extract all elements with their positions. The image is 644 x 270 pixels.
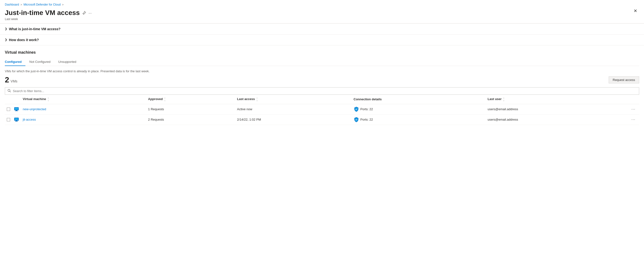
row1-last-user: users@email.address bbox=[486, 104, 630, 114]
sort-arrows-last-access: ↑↓ bbox=[256, 97, 258, 101]
vm-count-row: 2 VMs Request access bbox=[5, 75, 639, 84]
th-last-user[interactable]: Last user ↑↓ bbox=[486, 95, 630, 104]
th-approved[interactable]: Approved ↑↓ bbox=[146, 95, 235, 104]
page-header: Just-in-time VM access ··· Last week ✕ bbox=[0, 8, 644, 21]
row1-vm-name-link[interactable]: new-unprotected bbox=[23, 107, 46, 111]
more-options-icon[interactable]: ··· bbox=[88, 11, 92, 15]
row2-vm-name-link[interactable]: jit-access bbox=[23, 118, 36, 121]
svg-rect-4 bbox=[15, 111, 18, 111]
page-subtitle: Last week bbox=[5, 17, 639, 21]
chevron-icon-2: ❯ bbox=[5, 38, 7, 41]
row2-checkbox-cell bbox=[5, 114, 12, 125]
svg-rect-8 bbox=[15, 121, 18, 122]
request-access-button[interactable]: Request access bbox=[609, 76, 640, 83]
chevron-icon-1: ❯ bbox=[5, 27, 7, 30]
row1-checkbox[interactable] bbox=[7, 108, 10, 111]
row2-checkbox[interactable] bbox=[7, 118, 10, 121]
row2-more-actions-btn[interactable]: ··· bbox=[632, 117, 635, 122]
accordion-header-1[interactable]: ❯ What is just-in-time VM access? bbox=[5, 24, 639, 34]
sort-arrows-vm: ↑↓ bbox=[48, 97, 49, 101]
th-connection-details: Connection details bbox=[352, 95, 486, 104]
vm-section: Virtual machines Configured Not Configur… bbox=[0, 45, 644, 125]
pin-icon[interactable] bbox=[82, 11, 86, 16]
row2-connection: Ports: 22 bbox=[352, 114, 486, 125]
sort-arrows-last-user: ↑↓ bbox=[503, 97, 504, 101]
breadcrumb-sep-2: > bbox=[62, 3, 64, 6]
row2-more-actions: ··· bbox=[630, 114, 639, 125]
th-virtual-machine[interactable]: Virtual machine ↑↓ bbox=[21, 95, 146, 104]
breadcrumb-dashboard[interactable]: Dashboard bbox=[5, 3, 19, 6]
row1-last-access: Active now bbox=[235, 104, 352, 114]
svg-rect-5 bbox=[15, 108, 18, 110]
breadcrumb-defender[interactable]: Microsoft Defender for Cloud bbox=[24, 3, 60, 6]
page-title-row: Just-in-time VM access ··· bbox=[5, 9, 639, 17]
row2-last-access: 2/14/22, 1:02 PM bbox=[235, 114, 352, 125]
table-row: new-unprotected 1 Requests Active now bbox=[5, 104, 639, 114]
row1-vm-icon-cell bbox=[12, 104, 21, 114]
th-vm-icon bbox=[12, 95, 21, 104]
tab-configured[interactable]: Configured bbox=[5, 58, 26, 66]
svg-rect-9 bbox=[15, 118, 18, 120]
vm-table: Virtual machine ↑↓ Approved ↑↓ Last acce… bbox=[5, 95, 639, 125]
th-actions bbox=[630, 95, 639, 104]
svg-line-1 bbox=[10, 91, 11, 92]
row2-vm-icon-cell bbox=[12, 114, 21, 125]
shield-icon-1 bbox=[354, 107, 359, 112]
accordion-1: ❯ What is just-in-time VM access? bbox=[0, 23, 644, 34]
vm-monitor-icon-2 bbox=[14, 117, 19, 122]
tab-unsupported[interactable]: Unsupported bbox=[54, 58, 80, 66]
th-last-access[interactable]: Last access ↑↓ bbox=[235, 95, 352, 104]
row1-more-actions-btn[interactable]: ··· bbox=[632, 107, 635, 111]
row2-last-user: users@email.address bbox=[486, 114, 630, 125]
row1-connection: Ports: 22 bbox=[352, 104, 486, 114]
row2-connection-cell: Ports: 22 bbox=[354, 117, 484, 122]
row2-ports: Ports: 22 bbox=[360, 118, 373, 121]
vm-count: 2 VMs bbox=[5, 75, 18, 84]
vm-count-number: 2 bbox=[5, 75, 9, 84]
tab-not-configured[interactable]: Not Configured bbox=[26, 58, 54, 66]
accordion-label-2: How does it work? bbox=[9, 38, 39, 42]
accordion-2: ❯ How does it work? bbox=[0, 34, 644, 45]
accordion-header-2[interactable]: ❯ How does it work? bbox=[5, 34, 639, 45]
shield-icon-2 bbox=[354, 117, 359, 122]
search-input[interactable] bbox=[13, 89, 636, 93]
row2-vm-name: jit-access bbox=[21, 114, 146, 125]
sort-arrows-approved: ↑↓ bbox=[164, 97, 166, 101]
page-container: Dashboard > Microsoft Defender for Cloud… bbox=[0, 0, 644, 270]
row1-approved: 1 Requests bbox=[146, 104, 235, 114]
breadcrumb: Dashboard > Microsoft Defender for Cloud… bbox=[0, 0, 644, 8]
tab-description: VMs for which the just-in-time VM access… bbox=[5, 69, 639, 73]
accordion-label-1: What is just-in-time VM access? bbox=[9, 27, 60, 31]
search-icon bbox=[8, 89, 11, 93]
svg-rect-3 bbox=[16, 110, 17, 111]
vm-count-label: VMs bbox=[11, 79, 18, 83]
table-header-row: Virtual machine ↑↓ Approved ↑↓ Last acce… bbox=[5, 95, 639, 104]
svg-rect-7 bbox=[16, 121, 17, 121]
row1-more-actions: ··· bbox=[630, 104, 639, 114]
row2-approved: 2 Requests bbox=[146, 114, 235, 125]
search-bar bbox=[5, 87, 639, 95]
close-button[interactable]: ✕ bbox=[632, 8, 639, 14]
row1-checkbox-cell bbox=[5, 104, 12, 114]
breadcrumb-sep-1: > bbox=[20, 3, 22, 6]
vm-monitor-icon bbox=[14, 107, 19, 111]
vm-section-title: Virtual machines bbox=[5, 50, 639, 55]
row1-ports: Ports: 22 bbox=[360, 107, 373, 111]
tabs: Configured Not Configured Unsupported bbox=[5, 58, 639, 66]
row1-connection-cell: Ports: 22 bbox=[354, 107, 484, 112]
row1-vm-name: new-unprotected bbox=[21, 104, 146, 114]
table-row: jit-access 2 Requests 2/14/22, 1:02 PM bbox=[5, 114, 639, 125]
th-checkbox bbox=[5, 95, 12, 104]
page-title-area: Just-in-time VM access ··· Last week bbox=[5, 9, 639, 21]
page-title: Just-in-time VM access bbox=[5, 9, 80, 17]
